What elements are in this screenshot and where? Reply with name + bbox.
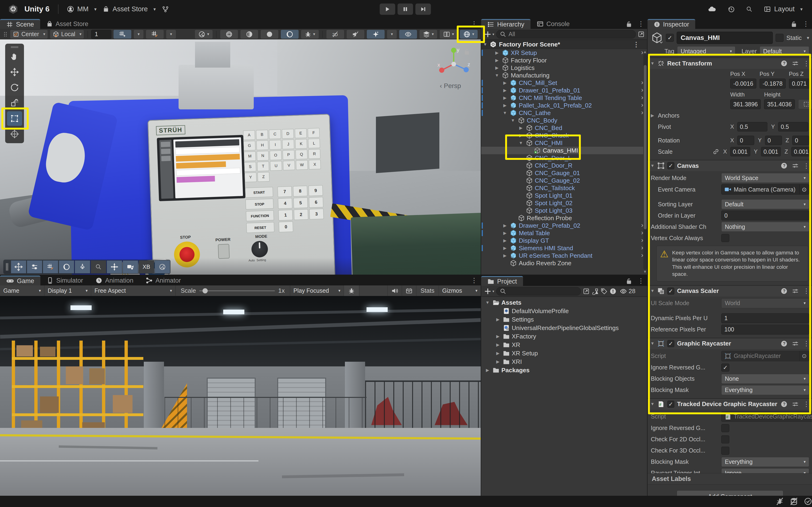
project-item-packages[interactable]: ▶Packages xyxy=(481,366,648,374)
overlay-move-button[interactable] xyxy=(11,260,26,274)
foldout-icon[interactable]: ▶ xyxy=(494,58,500,63)
effects-dropdown[interactable]: ▾ xyxy=(387,30,397,39)
layers-dropdown[interactable]: ▾ xyxy=(419,30,438,39)
pivot-y-field[interactable]: 0.5 xyxy=(778,122,808,131)
tab-animation[interactable]: Animation xyxy=(89,276,140,285)
pause-button[interactable] xyxy=(398,3,413,15)
overlay-xb-button[interactable]: XB xyxy=(139,260,154,274)
tab-game[interactable]: Game xyxy=(0,276,40,285)
shading-solid-button[interactable] xyxy=(260,30,278,39)
hierarchy-item-metal-table[interactable]: ▶Metal Table› xyxy=(481,229,648,237)
prefab-open-arrow[interactable]: › xyxy=(641,251,643,259)
ignore-reversed-checkbox[interactable]: ✓ xyxy=(721,363,729,372)
game-menu-kebab-icon[interactable]: ⋮ xyxy=(471,277,477,284)
component-header[interactable]: ▼ ✓ Canvas ?⋮ xyxy=(648,160,812,171)
foldout-icon[interactable]: ▼ xyxy=(510,118,516,123)
prefab-open-arrow[interactable]: › xyxy=(641,236,643,244)
tab-hierarchy[interactable]: Hierarchy xyxy=(481,19,530,29)
inspector-menu-kebab-icon[interactable]: ⋮ xyxy=(803,20,809,28)
project-menu-kebab-icon[interactable]: ⋮ xyxy=(638,277,644,285)
gameobject-icon[interactable] xyxy=(651,32,663,44)
foldout-icon[interactable]: ▶ xyxy=(494,65,500,70)
foldout-icon[interactable]: ▶ xyxy=(502,245,508,251)
open-new-window-icon[interactable] xyxy=(583,288,590,295)
history-icon[interactable] xyxy=(728,6,735,13)
help-icon[interactable]: ? xyxy=(780,288,788,294)
overlay-pivot-button[interactable] xyxy=(107,260,122,274)
tab-console[interactable]: Console xyxy=(530,19,576,29)
overlay-shading-button[interactable] xyxy=(59,260,74,274)
blueprint-mode-button[interactable] xyxy=(798,99,812,109)
hierarchy-item-cnc-chuck[interactable]: ▶CNC_Chuck xyxy=(481,132,648,139)
order-in-layer-field[interactable]: 0 xyxy=(721,211,809,220)
asset-store-menu[interactable]: Asset Store ▾ xyxy=(103,5,156,13)
hierarchy-item-drawer-01-prefab-01[interactable]: ▶Drawer_01_Prefab_01› xyxy=(481,87,648,94)
hierarchy-item-cnc-lathe[interactable]: ▼CNC_Lathe› xyxy=(481,109,648,117)
prefab-open-arrow[interactable]: › xyxy=(641,94,643,101)
foldout-icon[interactable]: ▶ xyxy=(495,359,501,364)
foldout-icon[interactable]: ▼ xyxy=(650,61,655,66)
importance-filter-icon[interactable] xyxy=(609,288,616,295)
foldout-icon[interactable]: ▼ xyxy=(650,341,655,346)
overlay-properties-button[interactable] xyxy=(27,260,42,274)
snap-increment-dropdown[interactable]: ▾ xyxy=(166,30,176,39)
hierarchy-item-audio-reverb-zone[interactable]: Audio Reverb Zone xyxy=(481,260,648,267)
active-checkbox[interactable]: ✓ xyxy=(666,34,674,42)
foldout-icon[interactable]: ▶ xyxy=(485,368,491,373)
prefab-open-arrow[interactable]: › xyxy=(641,86,643,94)
hierarchy-item-drawer-02-prefab-02[interactable]: ▶Drawer_02_Prefab_02› xyxy=(481,222,648,229)
foldout-icon[interactable]: ▼ xyxy=(483,42,487,47)
prefab-open-arrow[interactable]: › xyxy=(641,109,643,116)
tool-handle-position-dropdown[interactable]: Center xyxy=(10,30,48,39)
draw-mode-dropdown[interactable]: ▾ xyxy=(195,30,213,39)
presets-icon[interactable] xyxy=(792,340,799,347)
tab-project[interactable]: Project xyxy=(481,276,523,286)
pivot-x-field[interactable]: 0.5 xyxy=(737,122,767,131)
check-2d-checkbox[interactable] xyxy=(721,435,729,443)
foldout-icon[interactable]: ▼ xyxy=(518,140,524,146)
scale-z-field[interactable]: 0.001 xyxy=(791,147,811,156)
blocking-mask-dropdown[interactable]: Everything xyxy=(721,457,809,467)
foldout-icon[interactable]: ▶ xyxy=(502,103,508,108)
project-item-xri[interactable]: ▶XRI xyxy=(481,357,648,366)
overlay-camera-button[interactable] xyxy=(123,260,138,274)
view-tool-button[interactable] xyxy=(7,49,22,64)
shading-wire-button[interactable] xyxy=(220,30,238,39)
foldout-icon[interactable]: ▼ xyxy=(502,111,508,115)
cache-server-disabled-icon[interactable] xyxy=(790,497,798,505)
help-icon[interactable]: ? xyxy=(780,340,788,347)
lock-icon[interactable] xyxy=(791,20,798,28)
project-item-universalrenderpipelineglobalsettings[interactable]: UniversalRenderPipelineGlobalSettings xyxy=(481,324,648,332)
rail-drag-handle-icon[interactable] xyxy=(10,46,19,48)
sorting-layer-dropdown[interactable]: Default xyxy=(721,199,809,209)
foldout-icon[interactable]: ▶ xyxy=(518,125,524,130)
rect-tool-button[interactable] xyxy=(7,111,22,126)
hierarchy-item-cnc-body[interactable]: ▼CNC_Body xyxy=(481,117,648,124)
open-new-window-icon[interactable] xyxy=(638,31,645,38)
layer-dropdown[interactable]: Default xyxy=(760,46,809,56)
project-item-assets[interactable]: ▼Assets xyxy=(481,298,648,307)
tab-asset-store[interactable]: Asset Store xyxy=(40,19,95,29)
foldout-icon[interactable]: ▶ xyxy=(502,95,508,101)
step-button[interactable] xyxy=(415,3,431,15)
component-header[interactable]: ▼ Rect Transform ?⋮ xyxy=(648,58,812,69)
camera-view-dropdown[interactable]: ▾ xyxy=(439,30,458,39)
scrollbar-thumb[interactable] xyxy=(644,65,647,229)
foldout-icon[interactable]: ▶ xyxy=(502,88,508,93)
static-checkbox[interactable] xyxy=(775,34,783,42)
kebab-icon[interactable]: ⋮ xyxy=(803,340,810,347)
rotate-tool-button[interactable] xyxy=(7,80,22,95)
anchors-row[interactable]: ▶ Anchors xyxy=(651,111,809,120)
scale-slider[interactable] xyxy=(199,290,275,291)
hierarchy-item-display-gt[interactable]: ▶Display GT› xyxy=(481,237,648,244)
frame-debugger-button[interactable] xyxy=(344,285,359,296)
help-icon[interactable]: ? xyxy=(780,401,788,408)
name-field[interactable]: Canvas_HMI xyxy=(677,32,773,44)
hierarchy-item-cnc-door-l[interactable]: CNC_Door_L xyxy=(481,154,648,162)
overlay-grid-button[interactable] xyxy=(43,260,58,274)
scene-menu-kebab-icon[interactable]: ⋮ xyxy=(471,20,477,28)
tab-simulator[interactable]: Simulator xyxy=(40,276,89,285)
mute-audio-button[interactable] xyxy=(388,285,402,296)
version-control-icon[interactable] xyxy=(162,6,169,13)
persp-label[interactable]: ‹ Persp xyxy=(430,82,470,90)
